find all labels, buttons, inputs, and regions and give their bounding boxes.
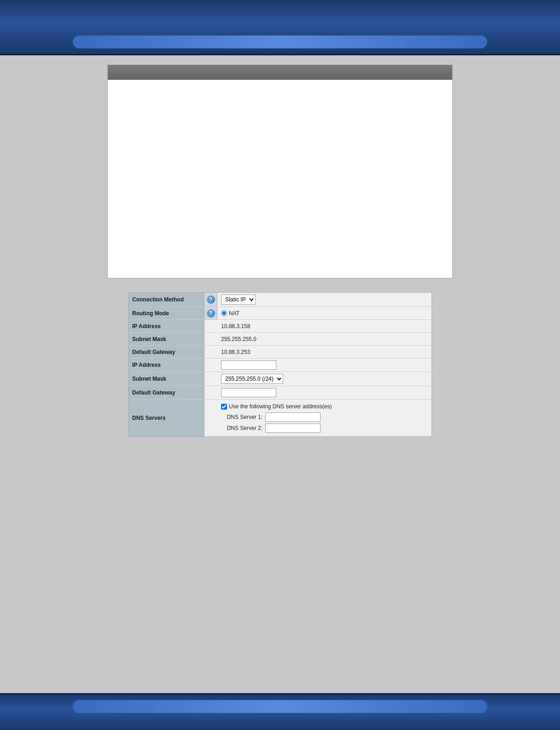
nat-radio[interactable] xyxy=(221,310,227,316)
subnet-mask-select[interactable]: 255.255.255.0 (/24) 255.255.0.0 (/16) 25… xyxy=(221,374,283,384)
ip-address-input[interactable] xyxy=(221,360,276,370)
ip-address-current-label: IP Address xyxy=(128,320,204,332)
header-inner xyxy=(73,0,487,54)
default-gateway-input[interactable] xyxy=(221,388,276,397)
subnet-mask-select-value: 255.255.255.0 (/24) 255.255.0.0 (/16) 25… xyxy=(204,372,432,386)
subnet-mask-current-value: 255.255.255.0 xyxy=(204,333,432,345)
dns2-label: DNS Server 2: xyxy=(221,425,262,431)
help-icon-routing[interactable]: ? xyxy=(207,309,215,318)
dns-servers-row: DNS Servers Use the following DNS server… xyxy=(128,400,432,436)
default-gateway-current-label: Default Gateway xyxy=(128,346,204,358)
dns2-input[interactable] xyxy=(265,424,321,433)
ip-address-input-value xyxy=(204,359,432,371)
default-gateway-current-row: Default Gateway 10.88.3.253 xyxy=(128,346,432,359)
page-header xyxy=(0,0,560,55)
dns1-row: DNS Server 1: xyxy=(221,412,332,422)
panel-header xyxy=(108,65,452,80)
header-bar xyxy=(73,35,487,48)
page-footer xyxy=(0,693,560,730)
connection-method-help[interactable]: ? xyxy=(204,293,217,306)
default-gateway-current-value: 10.88.3.253 xyxy=(204,346,432,358)
default-gateway-input-row: Default Gateway xyxy=(128,386,432,400)
connection-method-label: Connection Method xyxy=(128,293,204,306)
footer-inner xyxy=(73,695,487,730)
help-icon-connection[interactable]: ? xyxy=(207,295,215,304)
connection-method-row: Connection Method ? Static IP DHCP PPPoE xyxy=(128,293,432,307)
subnet-mask-select-label: Subnet Mask xyxy=(128,372,204,386)
dns2-row: DNS Server 2: xyxy=(221,424,332,433)
use-dns-checkbox[interactable] xyxy=(221,404,227,410)
routing-mode-help[interactable]: ? xyxy=(204,307,217,319)
panel-box xyxy=(107,65,453,278)
routing-mode-label: Routing Mode xyxy=(128,307,204,319)
network-config-form: Connection Method ? Static IP DHCP PPPoE… xyxy=(128,292,432,437)
ip-address-current-value: 10.88.3.158 xyxy=(204,320,432,332)
subnet-mask-current-label: Subnet Mask xyxy=(128,333,204,345)
footer-bar xyxy=(73,700,487,713)
ip-address-current-row: IP Address 10.88.3.158 xyxy=(128,320,432,333)
connection-method-value: Static IP DHCP PPPoE xyxy=(217,293,432,306)
nat-radio-label: NAT xyxy=(221,310,239,317)
default-gateway-input-value xyxy=(204,386,432,399)
dns-servers-label: DNS Servers xyxy=(128,400,204,436)
main-content: Connection Method ? Static IP DHCP PPPoE… xyxy=(0,55,560,474)
default-gateway-input-label: Default Gateway xyxy=(128,386,204,399)
dns1-label: DNS Server 1: xyxy=(221,414,262,420)
subnet-mask-select-row: Subnet Mask 255.255.255.0 (/24) 255.255.… xyxy=(128,372,432,386)
routing-mode-value: NAT xyxy=(217,307,432,319)
use-dns-checkbox-row: Use the following DNS server address(es) xyxy=(221,403,332,410)
dns-servers-value: Use the following DNS server address(es)… xyxy=(204,400,432,436)
dns-group: Use the following DNS server address(es)… xyxy=(221,401,332,435)
connection-method-select[interactable]: Static IP DHCP PPPoE xyxy=(221,294,256,305)
routing-mode-row: Routing Mode ? NAT xyxy=(128,307,432,320)
subnet-mask-current-row: Subnet Mask 255.255.255.0 xyxy=(128,333,432,346)
ip-address-input-label: IP Address xyxy=(128,359,204,371)
dns1-input[interactable] xyxy=(265,412,321,422)
panel-body xyxy=(108,80,452,278)
ip-address-input-row: IP Address xyxy=(128,359,432,372)
